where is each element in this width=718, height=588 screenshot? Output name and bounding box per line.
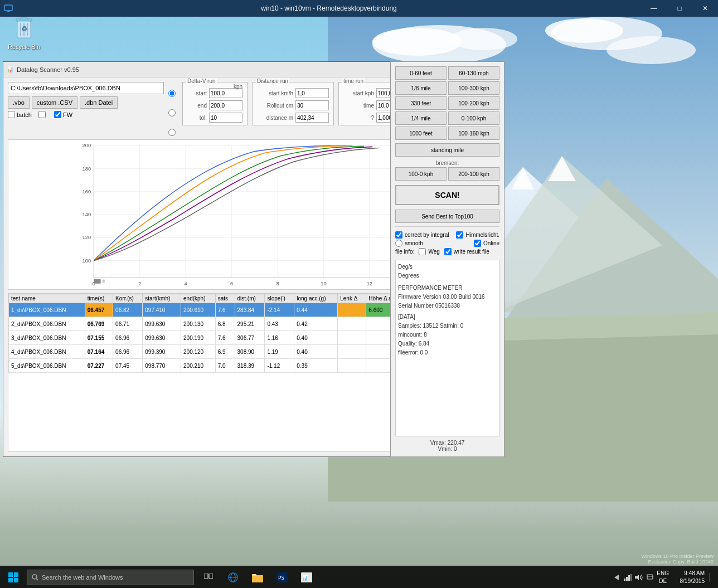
svg-rect-58	[14, 572, 18, 577]
radio-column	[168, 82, 178, 136]
delta-v-title: Delta-V run	[186, 78, 217, 84]
standing-mile-btn[interactable]: standing mile	[395, 143, 499, 157]
tol-label: tol.	[187, 115, 207, 121]
taskbar-search[interactable]: Search the web and Windows	[27, 570, 194, 585]
delta-v-tol-input[interactable]	[209, 113, 242, 123]
svg-rect-55	[103, 279, 105, 283]
send-best-btn[interactable]: Send Best to Top100	[395, 210, 499, 223]
close-button[interactable]: ✕	[692, 0, 718, 17]
delta-v-end-input[interactable]	[209, 100, 242, 110]
eighth-mile-btn[interactable]: 1/8 mile	[395, 81, 447, 95]
rollout-label: Rollout cm	[257, 103, 293, 109]
write-result-checkbox[interactable]	[444, 248, 452, 255]
sixty-130-mph-btn[interactable]: 60-130 mph	[448, 66, 499, 80]
time-label: time	[343, 103, 374, 109]
weg-checkbox[interactable]	[419, 248, 426, 255]
svg-text:200: 200	[83, 143, 91, 148]
cell-start: 099.630	[143, 317, 181, 331]
cell-korr: 06.96	[113, 331, 143, 345]
volume-icon[interactable]	[634, 573, 643, 582]
two00-100-kph-btn[interactable]: 200-100 kph	[448, 167, 499, 181]
cell-lenk	[338, 303, 366, 317]
himmelsricht-checkbox[interactable]	[456, 231, 463, 239]
maximize-button[interactable]: □	[667, 0, 692, 17]
svg-text:8: 8	[276, 281, 279, 286]
taskbar: Search the web and Windows PS 📊	[0, 566, 718, 588]
degrees: Degrees	[398, 271, 497, 280]
distance-m-row: distance m	[257, 113, 329, 123]
col-long-acc: long acc.(g)	[294, 294, 338, 303]
cell-start: 099.390	[143, 345, 181, 359]
svg-rect-54	[94, 279, 100, 283]
distance-m-input[interactable]	[295, 113, 329, 123]
custom-csv-button[interactable]: custom .CSV	[32, 96, 77, 109]
hundred-0-kph-btn[interactable]: 100-0 kph	[395, 167, 447, 181]
batch-checkbox-item: batch	[8, 111, 32, 118]
col-test-name: test name	[9, 294, 85, 303]
remote-desktop-title-bar: win10 - win10vm - Remotedesktopverbindun…	[0, 0, 718, 17]
powershell-icon[interactable]: PS	[272, 567, 292, 587]
hundred-160-kph-btn[interactable]: 100-160 kph	[448, 127, 499, 140]
fileerror: fileerror: 0 0	[398, 348, 497, 357]
unknown-checkbox[interactable]	[38, 111, 46, 118]
mincount: mincount: 8	[398, 331, 497, 339]
app-taskbar-icon[interactable]: 📊	[297, 567, 317, 587]
correct-integral-label: correct by integral	[405, 232, 449, 238]
task-view-icon[interactable]	[198, 567, 219, 587]
start-label: start	[187, 90, 207, 96]
q-label: ?	[343, 115, 374, 121]
deg-s: Deg/s	[398, 263, 497, 271]
thousand-feet-btn[interactable]: 1000 feet	[395, 127, 447, 140]
file-buttons: .vbo custom .CSV .dbn Datei	[8, 96, 164, 109]
fw-checkbox-item: FW	[54, 111, 72, 118]
dbn-datei-button[interactable]: .dbn Datei	[80, 96, 118, 109]
online-checkbox[interactable]	[474, 240, 481, 247]
zero-60-feet-btn[interactable]: 0-60 feet	[395, 66, 447, 80]
file-path-input[interactable]	[8, 82, 164, 94]
win10-branding: Windows 10 Pro Insider Preview Evaluatio…	[641, 553, 714, 565]
cell-lenk	[338, 345, 366, 359]
cell-name: 5_ds\PBOX_006.DBN	[9, 359, 85, 373]
fw-checkbox[interactable]	[54, 111, 61, 118]
app-title: Datalog Scanner v0.95	[17, 66, 453, 73]
three30-feet-btn[interactable]: 330 feet	[395, 96, 447, 110]
scan-button[interactable]: SCAN!	[395, 185, 499, 205]
hundred-200-kph-btn[interactable]: 100-200 kph	[448, 96, 499, 110]
distance-run-section: Distance run start km/h Rollout cm dista…	[252, 82, 334, 125]
correct-integral-checkbox[interactable]	[395, 231, 402, 239]
show-desktop-btn[interactable]	[709, 573, 714, 582]
start-button[interactable]	[0, 566, 27, 589]
rollout-input[interactable]	[295, 100, 329, 110]
minimize-button[interactable]: —	[641, 0, 667, 17]
network-icon[interactable]	[623, 573, 632, 582]
cell-end: 200.210	[181, 359, 216, 373]
zero-100-kph-btn[interactable]: 0-100 kph	[448, 111, 499, 125]
svg-text:12: 12	[367, 281, 372, 286]
right-panel: 0-60 feet 60-130 mph 1/8 mile 100-300 kp…	[390, 61, 504, 457]
svg-line-62	[37, 579, 38, 580]
delta-v-radio[interactable]	[168, 90, 176, 97]
rollout-row: Rollout cm	[257, 100, 329, 110]
svg-text:6: 6	[230, 281, 233, 286]
notification-icon[interactable]	[646, 573, 654, 582]
cell-start: 098.770	[143, 359, 181, 373]
cell-name: 2_ds\PBOX_006.DBN	[9, 317, 85, 331]
time-radio[interactable]	[168, 129, 176, 136]
dist-start-input[interactable]	[295, 88, 329, 98]
batch-checkbox[interactable]	[8, 111, 15, 118]
time-start-label: start kph	[343, 90, 374, 96]
svg-rect-64	[209, 574, 213, 579]
clock-date: 8/19/2015	[671, 577, 705, 585]
smooth-radio[interactable]	[395, 240, 402, 247]
col-time: time(s)	[85, 294, 113, 303]
svg-rect-77	[626, 577, 628, 581]
dist-start-label: start km/h	[257, 90, 293, 96]
tray-arrow-icon[interactable]	[612, 573, 621, 582]
vbo-button[interactable]: .vbo	[8, 96, 30, 109]
distance-radio[interactable]	[168, 109, 176, 116]
quarter-mile-btn[interactable]: 1/4 mile	[395, 111, 447, 125]
hundred-300-kph-btn[interactable]: 100-300 kph	[448, 81, 499, 95]
file-explorer-icon[interactable]	[248, 567, 268, 587]
recycle-bin[interactable]: ♻ Recycle Bin	[4, 16, 43, 50]
ie-icon[interactable]	[223, 567, 243, 587]
